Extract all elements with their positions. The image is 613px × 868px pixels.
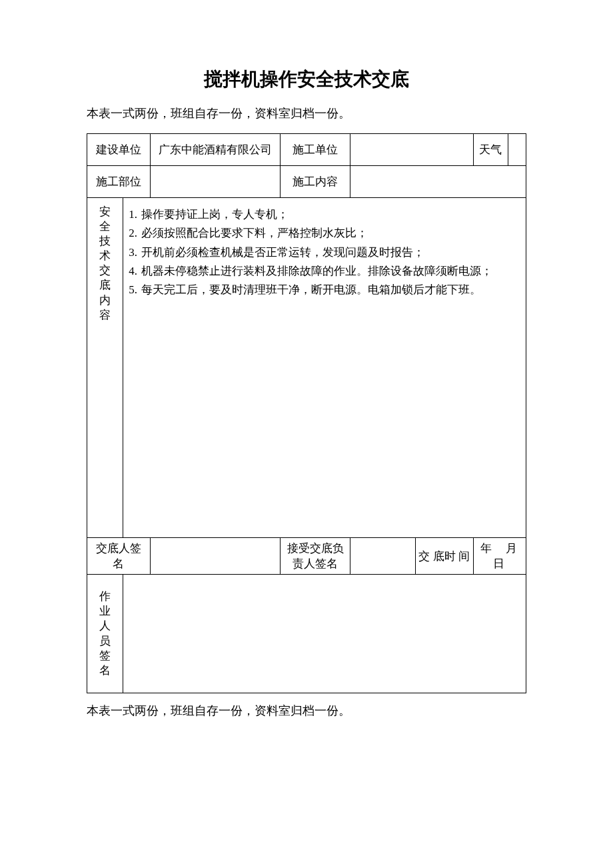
construction-unit-value (350, 134, 473, 166)
accept-person-value (350, 538, 415, 575)
worker-sign-label: 作业人员签名 (87, 575, 123, 693)
header-row-2: 施工部位 施工内容 (87, 166, 526, 198)
item-number: 1. (129, 208, 137, 221)
worker-sign-value (123, 575, 526, 693)
weather-label: 天气 (473, 134, 508, 166)
document-title: 搅拌机操作安全技术交底 (87, 67, 526, 92)
signature-row: 交底人签 名 接受交底负责人签名 交 底时 间 年 月 日 (87, 538, 526, 575)
worker-sign-row: 作业人员签名 (87, 575, 526, 693)
construction-part-label: 施工部位 (87, 166, 151, 198)
construction-unit-label: 施工单位 (281, 134, 350, 166)
weather-value (508, 134, 526, 166)
note-top: 本表一式两份，班组自存一份，资料室归档一份。 (87, 105, 526, 121)
form-table: 建设单位 广东中能酒精有限公司 施工单位 天气 施工部位 施工内容 安全技术交底… (87, 133, 526, 693)
disclose-person-label: 交底人签 名 (87, 538, 151, 575)
accept-person-label: 接受交底负责人签名 (281, 538, 350, 575)
content-list: 1.操作要持证上岗，专人专机；2.必须按照配合比要求下料，严格控制水灰比；3.开… (129, 206, 520, 299)
item-text: 必须按照配合比要求下料，严格控制水灰比； (141, 227, 368, 239)
content-item: 5.每天完工后，要及时清理班干净，断开电源。电箱加锁后才能下班。 (129, 281, 520, 299)
content-item: 3.开机前必须检查机械是否正常运转，发现问题及时报告； (129, 244, 520, 261)
content-item: 1.操作要持证上岗，专人专机； (129, 206, 520, 223)
content-label: 安全技术交底内容 (87, 198, 123, 538)
item-number: 3. (129, 246, 137, 259)
item-text: 操作要持证上岗，专人专机； (141, 208, 289, 221)
item-text: 每天完工后，要及时清理班干净，断开电源。电箱加锁后才能下班。 (141, 283, 481, 296)
disclose-time-value: 年 月 日 (473, 538, 526, 575)
disclose-person-value (150, 538, 281, 575)
item-text: 机器未停稳禁止进行装料及排除故障的作业。排除设备故障须断电源； (141, 265, 492, 277)
build-unit-value: 广东中能酒精有限公司 (150, 134, 281, 166)
content-item: 2.必须按照配合比要求下料，严格控制水灰比； (129, 225, 520, 242)
construction-content-label: 施工内容 (281, 166, 350, 198)
construction-part-value (150, 166, 281, 198)
disclose-time-label: 交 底时 间 (415, 538, 473, 575)
item-text: 开机前必须检查机械是否正常运转，发现问题及时报告； (141, 246, 424, 259)
construction-content-value (350, 166, 526, 198)
item-number: 4. (129, 265, 137, 277)
note-bottom: 本表一式两份，班组自存一份，资料室归档一份。 (87, 703, 526, 719)
content-body: 1.操作要持证上岗，专人专机；2.必须按照配合比要求下料，严格控制水灰比；3.开… (123, 198, 526, 538)
content-item: 4.机器未停稳禁止进行装料及排除故障的作业。排除设备故障须断电源； (129, 263, 520, 280)
build-unit-label: 建设单位 (87, 134, 151, 166)
item-number: 5. (129, 283, 137, 296)
header-row-1: 建设单位 广东中能酒精有限公司 施工单位 天气 (87, 134, 526, 166)
item-number: 2. (129, 227, 137, 239)
content-row: 安全技术交底内容 1.操作要持证上岗，专人专机；2.必须按照配合比要求下料，严格… (87, 198, 526, 538)
